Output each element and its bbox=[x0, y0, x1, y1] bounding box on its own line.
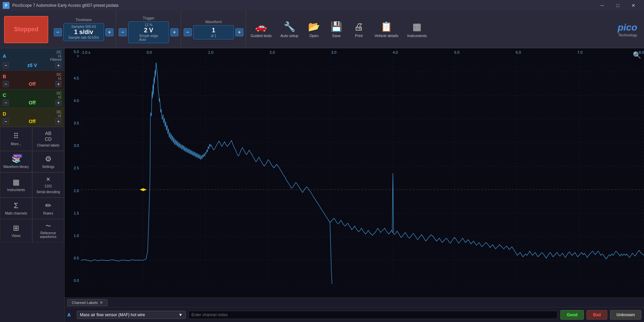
timebase-decrease-button[interactable]: − bbox=[54, 28, 62, 36]
window-controls: ─ □ ✕ bbox=[594, 0, 641, 11]
guided-tests-label: Guided tests bbox=[251, 34, 272, 38]
channel-description-value: Mass air flow sensor (MAF) hot wire bbox=[80, 312, 145, 317]
channel-c-decrease[interactable]: − bbox=[3, 100, 9, 106]
app-icon: P bbox=[3, 2, 10, 9]
vehicle-details-label: Vehicle details bbox=[374, 34, 398, 38]
open-icon: 📂 bbox=[308, 21, 320, 32]
waveform-prev-button[interactable]: − bbox=[184, 28, 192, 36]
rulers-button[interactable]: ✏ Rulers bbox=[32, 198, 65, 219]
math-channels-button[interactable]: Σ Math channels bbox=[0, 198, 32, 219]
chart-canvas-area: 🔍 5.0V 4.5 4.0 3.5 3.0 2.5 2.0 1.5 1.0 0… bbox=[65, 48, 644, 298]
trigger-decrease-button[interactable]: − bbox=[119, 28, 127, 36]
print-label: Print bbox=[355, 34, 363, 38]
y-label-10: 1.0 bbox=[65, 234, 80, 238]
instruments-toolbar-icon: ▦ bbox=[412, 21, 421, 32]
vehicle-details-button[interactable]: 📋 Vehicle details bbox=[370, 11, 402, 48]
channel-b-block: B DCx1 − Off + bbox=[0, 71, 64, 89]
channel-c-increase[interactable]: + bbox=[55, 100, 62, 106]
trigger-control: 12 % 2 V Simple edgeAuto bbox=[128, 21, 169, 43]
channel-b-value: Off bbox=[29, 81, 35, 87]
x-axis-labels: -1.0 s 0.0 1.0 2.0 3.0 4.0 5.0 6.0 7.0 8… bbox=[81, 50, 644, 54]
stop-button[interactable]: Stopped bbox=[4, 16, 48, 43]
x-label-6: 6.0 bbox=[516, 50, 521, 54]
active-channel-indicator: A bbox=[67, 312, 74, 318]
reference-waveforms-label: Reference waveforms bbox=[34, 231, 63, 239]
channel-labels-close-button[interactable]: ✕ bbox=[100, 300, 103, 305]
timebase-label: Timebase bbox=[75, 18, 92, 22]
channel-a-block: A DCx1Filtered − ±5 V + bbox=[0, 48, 64, 71]
channel-d-decrease[interactable]: − bbox=[3, 118, 9, 124]
reference-waveforms-button[interactable]: 〜 Reference waveforms bbox=[32, 219, 65, 242]
waveform-grid bbox=[81, 48, 644, 284]
guided-tests-button[interactable]: 🚗 Guided tests bbox=[247, 11, 276, 48]
y-label-40: 4.0 bbox=[65, 99, 80, 103]
channel-labels-tab[interactable]: Channel Labels ✕ bbox=[67, 299, 107, 306]
close-button[interactable]: ✕ bbox=[626, 0, 641, 11]
channel-d-increase[interactable]: + bbox=[55, 118, 62, 124]
views-button[interactable]: ⊞ Views bbox=[0, 219, 32, 242]
open-button[interactable]: 📂 Open bbox=[303, 11, 325, 48]
instruments-sidebar-button[interactable]: ▦ Instruments bbox=[0, 172, 32, 198]
save-button[interactable]: 💾 Save bbox=[325, 11, 347, 48]
trigger-marker bbox=[140, 188, 147, 191]
rulers-icon: ✏ bbox=[45, 201, 51, 210]
channel-a-letter: A bbox=[3, 53, 6, 59]
waveform-next-button[interactable]: + bbox=[235, 28, 243, 36]
y-label-45: 4.5 bbox=[65, 76, 80, 80]
instruments-sidebar-icon: ▦ bbox=[13, 178, 20, 187]
sample-rate: Sample rate 50 kS/s bbox=[68, 36, 99, 39]
save-label: Save bbox=[332, 34, 341, 38]
waveform-number: 1 bbox=[212, 27, 215, 34]
toolbar: Stopped Timebase − Samples 500 kS 1 s/di… bbox=[0, 11, 644, 48]
more-icon: ⠿ bbox=[13, 132, 19, 141]
waveform-section: Waveform − 1 of 1 + bbox=[182, 11, 246, 48]
auto-setup-button[interactable]: 🔧 Auto setup bbox=[276, 11, 303, 48]
channel-description-dropdown[interactable]: Mass air flow sensor (MAF) hot wire ▼ bbox=[77, 311, 186, 319]
open-label: Open bbox=[309, 34, 319, 38]
channel-d-block: D DCx1 − Off + bbox=[0, 108, 64, 127]
trigger-increase-button[interactable]: + bbox=[170, 28, 179, 36]
waveform-library-button[interactable]: 📚 BETA Waveform library bbox=[0, 151, 32, 172]
rulers-label: Rulers bbox=[43, 211, 53, 215]
channel-a-coupling: DCx1Filtered bbox=[50, 50, 62, 62]
x-label-minus1: -1.0 s bbox=[81, 50, 90, 54]
more-label: More... bbox=[11, 142, 21, 146]
channel-labels-bar: Channel Labels ✕ bbox=[65, 298, 644, 307]
channel-b-increase[interactable]: + bbox=[55, 81, 62, 87]
channel-c-block: C DCx1 − Off + bbox=[0, 89, 64, 108]
trigger-percent: 12 % bbox=[145, 23, 153, 27]
maximize-button[interactable]: □ bbox=[610, 0, 626, 11]
print-button[interactable]: 🖨 Print bbox=[348, 11, 370, 48]
trigger-value: 2 V bbox=[144, 27, 153, 34]
channel-a-decrease[interactable]: − bbox=[3, 62, 9, 68]
channel-labels-button[interactable]: ABCD Channel labels bbox=[32, 127, 65, 151]
instruments-toolbar-button[interactable]: ▦ Instruments bbox=[403, 11, 431, 48]
minimize-button[interactable]: ─ bbox=[594, 0, 610, 11]
y-label-15: 1.5 bbox=[65, 211, 80, 215]
dropdown-chevron-icon: ▼ bbox=[179, 312, 183, 317]
main-area: A DCx1Filtered − ±5 V + B DCx1 − Off + bbox=[0, 48, 644, 322]
y-label-05: 0.5 bbox=[65, 256, 80, 260]
timebase-increase-button[interactable]: + bbox=[105, 28, 114, 36]
channel-b-decrease[interactable]: − bbox=[3, 81, 9, 87]
settings-button[interactable]: ⚙ Settings bbox=[32, 151, 65, 172]
bad-rating-button[interactable]: Bad bbox=[587, 310, 607, 320]
good-rating-button[interactable]: Good bbox=[560, 310, 584, 320]
zoom-button[interactable]: 🔍 bbox=[633, 51, 641, 59]
x-label-0: 0.0 bbox=[147, 50, 152, 54]
more-button[interactable]: ⠿ More... bbox=[0, 127, 32, 151]
unknown-rating-button[interactable]: Unknown bbox=[610, 310, 641, 320]
x-axis: -1.0 s 0.0 1.0 2.0 3.0 4.0 5.0 6.0 7.0 8… bbox=[65, 48, 644, 56]
titlebar: P PicoScope 7 Automotive Early Access gt… bbox=[0, 0, 644, 11]
settings-icon: ⚙ bbox=[45, 155, 52, 164]
channel-a-increase[interactable]: + bbox=[55, 62, 62, 68]
sidebar: A DCx1Filtered − ±5 V + B DCx1 − Off + bbox=[0, 48, 65, 322]
serial-decoding-button[interactable]: ✕1101 Serial decoding bbox=[32, 172, 65, 198]
window-title: PicoScope 7 Automotive Early Access gt00… bbox=[12, 3, 594, 8]
x-label-5: 5.0 bbox=[454, 50, 459, 54]
math-channels-label: Math channels bbox=[5, 211, 27, 215]
channel-notes-input[interactable] bbox=[188, 311, 558, 319]
reference-waveforms-icon: 〜 bbox=[46, 223, 51, 230]
save-icon: 💾 bbox=[331, 21, 342, 32]
channel-c-value: Off bbox=[29, 100, 35, 105]
